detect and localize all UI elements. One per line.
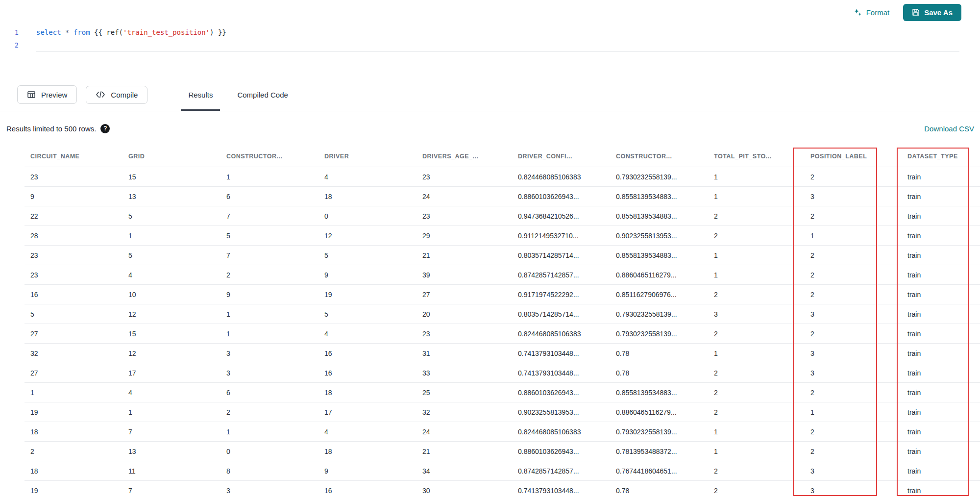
- compile-label: Compile: [111, 91, 138, 99]
- tab-compiled-code[interactable]: Compiled Code: [225, 78, 300, 111]
- table-cell: 2: [708, 324, 805, 344]
- sql-editor[interactable]: 1 select * from {{ ref('train_test_posit…: [0, 25, 980, 78]
- table-row: 191217320.9023255813953...0.886046511627…: [24, 402, 980, 422]
- column-header: DRIVER_CONFI...: [512, 146, 610, 167]
- table-cell: 18: [318, 383, 416, 402]
- table-cell: 9: [220, 285, 318, 304]
- preview-button[interactable]: Preview: [17, 85, 77, 104]
- code-token: ) }}: [210, 28, 226, 36]
- format-button[interactable]: Format: [853, 8, 890, 17]
- table-cell: 12: [122, 304, 220, 324]
- format-label: Format: [866, 8, 890, 17]
- table-cell: 2: [708, 481, 805, 500]
- table-cell: 16: [318, 344, 416, 363]
- table-cell: train: [902, 324, 980, 344]
- compile-button[interactable]: Compile: [86, 86, 147, 104]
- code-token: select: [36, 28, 61, 36]
- table-row: 14618250.8860103626943...0.8558139534883…: [24, 383, 980, 402]
- table-cell: 0.9473684210526...: [512, 206, 610, 226]
- table-cell: 3: [805, 481, 902, 500]
- table-cell: train: [902, 187, 980, 206]
- table-cell: 2: [220, 265, 318, 285]
- table-cell: 0.8035714285714...: [512, 246, 610, 265]
- table-cell: 16: [318, 363, 416, 383]
- tab-results[interactable]: Results: [176, 78, 225, 111]
- table-cell: 1: [805, 226, 902, 246]
- save-as-button[interactable]: Save As: [903, 4, 961, 21]
- table-cell: 1: [220, 422, 318, 442]
- results-tabs: Results Compiled Code: [176, 78, 300, 111]
- table-row: 281512290.9112149532710...0.902325581395…: [24, 226, 980, 246]
- table-cell: 1: [708, 246, 805, 265]
- column-header: CONSTRUCTOR...: [220, 146, 318, 167]
- table-cell: 23: [416, 167, 512, 187]
- code-token: {{: [90, 28, 107, 36]
- table-cell: 2: [24, 442, 122, 461]
- table-cell: train: [902, 383, 980, 402]
- table-cell: 0.7930232558139...: [610, 324, 708, 344]
- table-cell: train: [902, 285, 980, 304]
- table-cell: train: [902, 481, 980, 500]
- table-cell: 27: [24, 324, 122, 344]
- table-cell: 18: [24, 422, 122, 442]
- table-cell: 25: [416, 383, 512, 402]
- table-row: 231514230.8244680851063830.7930232558139…: [24, 167, 980, 187]
- table-cell: 3: [805, 344, 902, 363]
- table-cell: 5: [318, 304, 416, 324]
- table-cell: 30: [416, 481, 512, 500]
- help-icon[interactable]: ?: [100, 124, 110, 133]
- table-row: 271514230.8244680851063830.7930232558139…: [24, 324, 980, 344]
- table-cell: 3: [805, 304, 902, 324]
- table-cell: 1: [805, 402, 902, 422]
- download-csv-link[interactable]: Download CSV: [924, 125, 974, 133]
- table-cell: 12: [318, 226, 416, 246]
- table-cell: 16: [318, 481, 416, 500]
- table-cell: 5: [24, 304, 122, 324]
- column-header: GRID: [122, 146, 220, 167]
- table-cell: 17: [318, 402, 416, 422]
- code-icon: [96, 91, 105, 99]
- table-cell: train: [902, 226, 980, 246]
- table-cell: 2: [220, 402, 318, 422]
- table-cell: 1: [122, 402, 220, 422]
- table-cell: 2: [708, 383, 805, 402]
- table-cell: 9: [318, 461, 416, 481]
- column-header: CIRCUIT_NAME: [24, 146, 122, 167]
- table-cell: 0.8558139534883...: [610, 206, 708, 226]
- table-cell: 19: [318, 285, 416, 304]
- table-icon: [27, 90, 36, 99]
- table-cell: 2: [805, 246, 902, 265]
- table-cell: 0.78: [610, 363, 708, 383]
- table-cell: 2: [805, 167, 902, 187]
- table-cell: 1: [708, 422, 805, 442]
- table-cell: train: [902, 402, 980, 422]
- table-cell: 28: [24, 226, 122, 246]
- table-cell: 1: [708, 344, 805, 363]
- table-cell: 0.7930232558139...: [610, 422, 708, 442]
- line-number: 1: [0, 28, 19, 36]
- table-cell: 7: [122, 481, 220, 500]
- table-cell: 7: [220, 246, 318, 265]
- table-cell: train: [902, 442, 980, 461]
- table-cell: 6: [220, 187, 318, 206]
- table-cell: train: [902, 167, 980, 187]
- table-cell: 0.7413793103448...: [512, 481, 610, 500]
- table-cell: 0.9023255813953...: [610, 226, 708, 246]
- active-line-underline: [36, 39, 959, 51]
- table-cell: 21: [416, 442, 512, 461]
- table-cell: 2: [805, 285, 902, 304]
- table-cell: 3: [805, 461, 902, 481]
- table-cell: train: [902, 304, 980, 324]
- table-cell: 1: [708, 442, 805, 461]
- table-cell: 23: [416, 324, 512, 344]
- table-cell: 0.9112149532710...: [512, 226, 610, 246]
- preview-label: Preview: [41, 91, 67, 99]
- table-cell: 34: [416, 461, 512, 481]
- table-cell: 15: [122, 324, 220, 344]
- table-cell: 10: [122, 285, 220, 304]
- table-cell: 0.824468085106383: [512, 167, 610, 187]
- table-cell: 2: [708, 226, 805, 246]
- table-cell: 6: [220, 383, 318, 402]
- table-cell: 0.7413793103448...: [512, 344, 610, 363]
- column-header: CONSTRUCTOR...: [610, 146, 708, 167]
